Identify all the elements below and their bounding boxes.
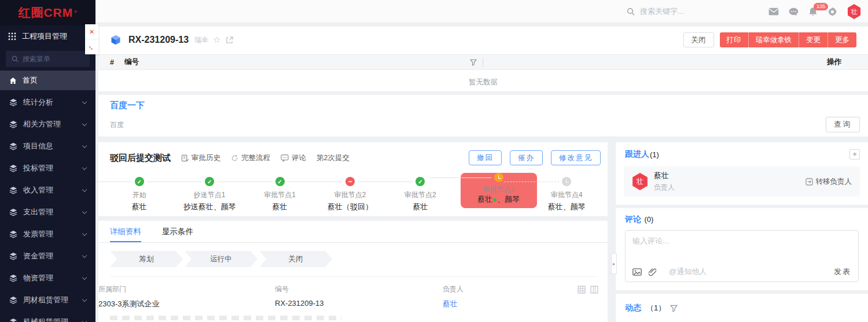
topbar-icons: 135 壮: [768, 0, 861, 23]
step-status-icon: [415, 177, 425, 186]
withdraw-button[interactable]: 撤回: [469, 150, 502, 165]
record-id: RX-231209-13: [128, 35, 189, 45]
sidebar-item-home[interactable]: 首页: [0, 71, 95, 90]
notify-others-placeholder[interactable]: @通知他人: [669, 267, 707, 277]
step-name: 审批节点3: [464, 186, 534, 194]
chevron-down-icon: [82, 121, 87, 125]
sidebar-item[interactable]: 统计分析: [0, 91, 95, 113]
bell-icon[interactable]: 135: [808, 7, 818, 17]
print-button[interactable]: 打印: [720, 32, 748, 47]
field-value: 2303-3系测试企业: [98, 299, 159, 309]
global-search-input[interactable]: 搜索关键字...: [627, 0, 684, 23]
paperclip-icon[interactable]: [649, 268, 656, 276]
comments-title: 评论: [625, 214, 641, 224]
change-button[interactable]: 变更: [799, 32, 827, 47]
custom-action-button[interactable]: 瑞幸做拿铁: [748, 32, 799, 47]
more-button[interactable]: 更多: [827, 32, 856, 47]
approval-history-label: 审批历史: [192, 153, 220, 163]
user-avatar[interactable]: 壮: [847, 4, 861, 19]
gear-icon[interactable]: [827, 7, 837, 17]
comment-link[interactable]: 评论: [281, 153, 306, 163]
header-divider: [483, 58, 483, 67]
sidebar-item[interactable]: 资金管理: [0, 245, 95, 267]
sidebar-item[interactable]: 物资管理: [0, 267, 95, 289]
step-person-name: 蔡壮（驳回）: [328, 202, 373, 211]
stage-label: 关闭: [289, 254, 303, 264]
layers-icon: [9, 120, 17, 128]
approval-step: 审批节点3 蔡壮、颜琴: [461, 173, 536, 208]
layers-icon: [9, 230, 17, 238]
followers-card: 跟进人 (1) + 壮 蔡壮 负责人 转移负责人: [616, 142, 868, 205]
baidu-card: 百度一下 百度 查询: [98, 95, 868, 136]
expand-window-icon[interactable]: ↔: [85, 39, 98, 54]
stage-chevron[interactable]: 关闭: [259, 251, 332, 267]
step-status-icon: [275, 177, 285, 186]
activity-card: 动态 （1）: [616, 294, 868, 322]
sidebar-item[interactable]: 相关方管理: [0, 113, 95, 135]
chat-icon[interactable]: [789, 8, 799, 16]
query-button[interactable]: 查询: [826, 117, 860, 132]
sidebar-item-label: 资金管理: [23, 251, 77, 261]
comment-input[interactable]: 输入评论... @通知他人 发表: [625, 230, 859, 282]
chevron-down-icon: [82, 209, 87, 213]
sidebar-item[interactable]: 收入管理: [0, 179, 95, 201]
sidebar-item[interactable]: 机械租赁管理: [0, 311, 95, 322]
panel-collapse-handle[interactable]: ▸: [611, 253, 617, 274]
field-label: 负责人: [443, 284, 464, 294]
close-button[interactable]: 关闭: [683, 32, 714, 47]
grid-view-icon[interactable]: [578, 286, 586, 294]
stage-chevron[interactable]: 运行中: [185, 251, 258, 267]
mail-icon[interactable]: [768, 8, 779, 16]
step-name: 开始: [104, 190, 174, 200]
filter-funnel-icon[interactable]: [470, 59, 477, 66]
post-comment-button[interactable]: 发表: [834, 267, 851, 277]
baidu-link[interactable]: 百度一下: [110, 100, 145, 111]
app-switcher[interactable]: 工程项目管理: [0, 25, 95, 47]
field-value: RX-231209-13: [275, 299, 324, 308]
follower-role: 负责人: [654, 183, 675, 193]
step-status-icon: [205, 177, 214, 186]
transfer-owner-button[interactable]: 转移负责人: [806, 177, 852, 187]
step-name: 抄送节点1: [174, 190, 244, 200]
layers-icon: [9, 252, 17, 260]
sidebar-search-placeholder: 搜索菜单: [23, 54, 50, 64]
record-tag: 瑞幸: [194, 35, 208, 45]
sidebar-item[interactable]: 项目信息: [0, 135, 95, 157]
sidebar-item[interactable]: 周材租赁管理: [0, 289, 95, 311]
step-person-name2: 、颜琴: [497, 195, 520, 203]
stage-bar: 筹划 运行中 关闭: [98, 251, 608, 267]
baidu-field-label: 百度: [110, 120, 124, 130]
stage-chevron[interactable]: 筹划: [110, 251, 183, 267]
full-flow-link[interactable]: 完整流程: [231, 153, 270, 163]
urge-button[interactable]: 催办: [510, 150, 543, 165]
layers-icon: [9, 164, 17, 172]
star-icon[interactable]: ☆: [213, 35, 220, 45]
step-person-name: 蔡壮: [273, 202, 288, 211]
detail-tab[interactable]: 显示条件: [162, 221, 193, 242]
sidebar-item-label: 周材租赁管理: [23, 295, 77, 305]
brand-logo: 红圈CRM°: [0, 0, 95, 25]
approval-history-link[interactable]: 审批历史: [181, 153, 220, 163]
sidebar-item-label: 收入管理: [23, 185, 77, 195]
add-follower-button[interactable]: +: [849, 149, 860, 160]
followers-title: 跟进人: [625, 149, 649, 160]
detail-tab[interactable]: 详细资料: [110, 221, 141, 242]
sidebar-menu: 统计分析 相关方管理 项目信息: [0, 91, 95, 322]
detail-tabs: 详细资料 显示条件: [98, 221, 608, 243]
sidebar-item[interactable]: 支出管理: [0, 201, 95, 223]
step-person-name: 蔡壮: [413, 202, 428, 211]
column-view-icon[interactable]: [590, 286, 598, 294]
close-window-icon[interactable]: ×: [85, 24, 98, 39]
external-link-icon[interactable]: [226, 36, 233, 44]
sidebar-item[interactable]: 投标管理: [0, 157, 95, 179]
modify-opinion-button[interactable]: 修改意见: [551, 150, 601, 165]
history-doc-icon: [181, 154, 189, 162]
sidebar-search-input[interactable]: 搜索菜单: [6, 51, 90, 67]
step-name: 审批节点4: [532, 190, 602, 200]
step-name: 审批节点2: [385, 190, 455, 200]
activity-filter-icon[interactable]: [670, 305, 678, 312]
image-attach-icon[interactable]: [632, 268, 642, 276]
layers-icon: [9, 274, 17, 282]
sidebar-item[interactable]: 发票管理: [0, 223, 95, 245]
field-label: 编号: [275, 284, 324, 294]
